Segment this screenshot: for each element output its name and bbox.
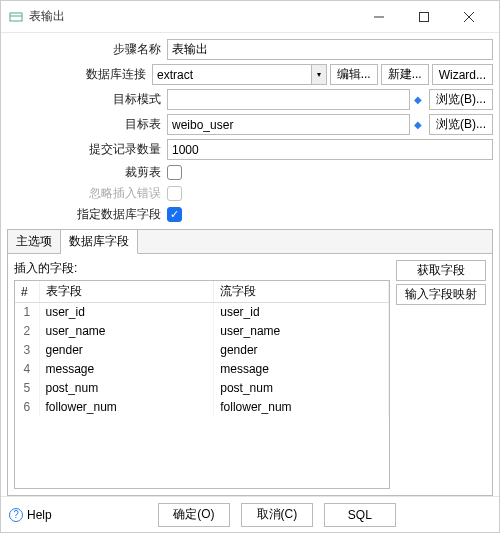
- fields-table: # 表字段 流字段 1user_iduser_id2user_nameuser_…: [15, 281, 389, 417]
- cell-stream-field[interactable]: message: [214, 360, 389, 379]
- table-row[interactable]: 3gendergender: [15, 341, 389, 360]
- browse-schema-button[interactable]: 浏览(B)...: [429, 89, 493, 110]
- target-table-label: 目标表: [7, 116, 167, 133]
- cell-table-field[interactable]: message: [39, 360, 214, 379]
- svg-rect-0: [10, 13, 22, 21]
- table-row[interactable]: 1user_iduser_id: [15, 303, 389, 322]
- cell-table-field[interactable]: gender: [39, 341, 214, 360]
- fields-table-container: # 表字段 流字段 1user_iduser_id2user_nameuser_…: [14, 280, 390, 489]
- ok-button[interactable]: 确定(O): [158, 503, 230, 527]
- commit-size-input[interactable]: [167, 139, 493, 160]
- col-header-num[interactable]: #: [15, 281, 39, 303]
- get-fields-button[interactable]: 获取字段: [396, 260, 486, 281]
- commit-size-label: 提交记录数量: [7, 141, 167, 158]
- col-header-stream-field[interactable]: 流字段: [214, 281, 389, 303]
- db-connection-label: 数据库连接: [7, 66, 152, 83]
- cell-table-field[interactable]: user_name: [39, 322, 214, 341]
- col-header-table-field[interactable]: 表字段: [39, 281, 214, 303]
- cell-table-field[interactable]: post_num: [39, 379, 214, 398]
- insert-fields-label: 插入的字段:: [14, 260, 390, 277]
- cell-table-field[interactable]: follower_num: [39, 398, 214, 417]
- row-number: 5: [15, 379, 39, 398]
- row-number: 4: [15, 360, 39, 379]
- table-row[interactable]: 6follower_numfollower_num: [15, 398, 389, 417]
- new-connection-button[interactable]: 新建...: [381, 64, 429, 85]
- maximize-button[interactable]: [401, 2, 446, 32]
- specify-fields-label: 指定数据库字段: [7, 206, 167, 223]
- variable-icon[interactable]: ◆: [410, 114, 426, 135]
- row-number: 3: [15, 341, 39, 360]
- enter-field-mapping-button[interactable]: 输入字段映射: [396, 284, 486, 305]
- variable-icon[interactable]: ◆: [410, 89, 426, 110]
- tab-strip: 主选项 数据库字段: [8, 230, 492, 254]
- sql-button[interactable]: SQL: [324, 503, 396, 527]
- specify-fields-checkbox[interactable]: ✓: [167, 207, 182, 222]
- window-title: 表输出: [29, 8, 356, 25]
- edit-connection-button[interactable]: 编辑...: [330, 64, 378, 85]
- browse-table-button[interactable]: 浏览(B)...: [429, 114, 493, 135]
- tabs-container: 主选项 数据库字段 插入的字段: # 表字段 流字段: [7, 229, 493, 496]
- ignore-errors-checkbox: [167, 186, 182, 201]
- step-name-input[interactable]: [167, 39, 493, 60]
- truncate-label: 裁剪表: [7, 164, 167, 181]
- cell-stream-field[interactable]: gender: [214, 341, 389, 360]
- target-schema-label: 目标模式: [7, 91, 167, 108]
- footer: ? Help 确定(O) 取消(C) SQL: [1, 496, 499, 532]
- row-number: 1: [15, 303, 39, 322]
- table-row[interactable]: 5post_numpost_num: [15, 379, 389, 398]
- app-icon: [9, 10, 23, 24]
- close-button[interactable]: [446, 2, 491, 32]
- target-table-input[interactable]: [167, 114, 410, 135]
- tab-database-fields[interactable]: 数据库字段: [61, 230, 138, 254]
- tab-main-options[interactable]: 主选项: [8, 230, 61, 253]
- minimize-button[interactable]: [356, 2, 401, 32]
- help-icon: ?: [9, 508, 23, 522]
- db-connection-select[interactable]: [152, 64, 312, 85]
- svg-rect-3: [419, 12, 428, 21]
- content-area: 步骤名称 数据库连接 ▾ 编辑... 新建... Wizard... 目标模式 …: [1, 33, 499, 496]
- help-label: Help: [27, 508, 52, 522]
- cell-stream-field[interactable]: post_num: [214, 379, 389, 398]
- row-number: 6: [15, 398, 39, 417]
- target-schema-input[interactable]: [167, 89, 410, 110]
- help-button[interactable]: ? Help: [9, 508, 52, 522]
- cell-stream-field[interactable]: user_name: [214, 322, 389, 341]
- row-number: 2: [15, 322, 39, 341]
- dialog-window: 表输出 步骤名称 数据库连接 ▾ 编辑... 新建... Wizard... 目…: [0, 0, 500, 533]
- wizard-button[interactable]: Wizard...: [432, 64, 493, 85]
- truncate-checkbox[interactable]: [167, 165, 182, 180]
- table-row[interactable]: 4messagemessage: [15, 360, 389, 379]
- step-name-label: 步骤名称: [7, 41, 167, 58]
- titlebar: 表输出: [1, 1, 499, 33]
- cell-table-field[interactable]: user_id: [39, 303, 214, 322]
- table-row[interactable]: 2user_nameuser_name: [15, 322, 389, 341]
- dropdown-icon[interactable]: ▾: [312, 64, 327, 85]
- ignore-errors-label: 忽略插入错误: [7, 185, 167, 202]
- tab-body: 插入的字段: # 表字段 流字段 1user_iduser: [8, 254, 492, 495]
- cancel-button[interactable]: 取消(C): [241, 503, 313, 527]
- cell-stream-field[interactable]: user_id: [214, 303, 389, 322]
- cell-stream-field[interactable]: follower_num: [214, 398, 389, 417]
